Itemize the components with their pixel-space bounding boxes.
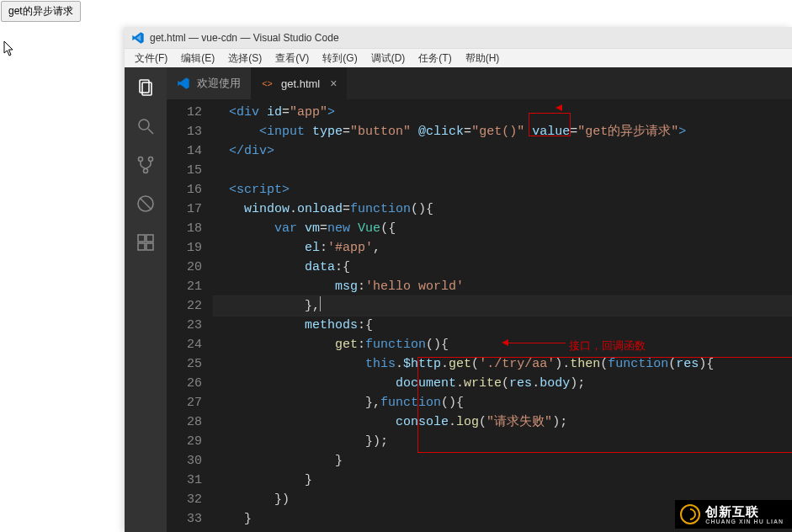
line-number: 15 <box>167 161 202 180</box>
line-number: 16 <box>167 180 202 200</box>
line-number: 18 <box>167 219 202 238</box>
titlebar: get.html — vue-cdn — Visual Studio Code <box>125 27 792 49</box>
svg-rect-10 <box>146 235 153 242</box>
line-number: 26 <box>167 374 202 393</box>
code-line[interactable]: }, <box>214 296 792 316</box>
line-number: 27 <box>167 393 202 412</box>
menu-item[interactable]: 任务(T) <box>412 51 458 66</box>
line-number: 25 <box>167 354 202 374</box>
watermark-badge: 创新互联 CHUANG XIN HU LIAN <box>675 500 792 529</box>
menu-item[interactable]: 选择(S) <box>221 51 268 66</box>
svg-rect-11 <box>138 243 145 250</box>
tab-label: get.html <box>281 77 320 90</box>
code-line[interactable]: console.log("请求失败"); <box>214 412 792 432</box>
files-icon[interactable] <box>134 76 157 99</box>
menu-item[interactable]: 帮助(H) <box>459 51 507 66</box>
extensions-icon[interactable] <box>134 231 157 254</box>
code-line[interactable]: data:{ <box>214 258 792 277</box>
line-number: 17 <box>167 200 202 219</box>
code-line[interactable]: <script> <box>214 180 792 200</box>
code-line[interactable]: <div id="app"> <box>214 103 792 122</box>
editor-tabs: 欢迎使用<>get.html× <box>167 67 792 99</box>
svg-point-4 <box>139 157 143 162</box>
code-content[interactable]: <div id="app"> <input type="button" @cli… <box>214 103 792 529</box>
code-line[interactable]: } <box>214 471 792 490</box>
git-icon[interactable] <box>134 153 157 177</box>
search-icon[interactable] <box>134 114 157 138</box>
line-number: 14 <box>167 141 202 161</box>
svg-point-5 <box>149 157 153 162</box>
svg-rect-12 <box>146 243 153 250</box>
line-number: 31 <box>167 471 202 490</box>
tab-get.html[interactable]: <>get.html× <box>251 67 347 99</box>
watermark-logo-icon <box>680 504 700 524</box>
code-line[interactable]: msg:'hello world' <box>214 277 792 296</box>
code-line[interactable]: el:'#app', <box>214 238 792 258</box>
code-line[interactable]: <input type="button" @click="get()" valu… <box>214 122 792 141</box>
code-line[interactable]: </div> <box>214 141 792 161</box>
line-number: 22 <box>167 296 202 316</box>
vscode-logo-icon <box>131 31 145 45</box>
svg-rect-9 <box>138 235 145 242</box>
svg-line-8 <box>140 198 151 210</box>
menu-item[interactable]: 转到(G) <box>316 51 364 66</box>
close-icon[interactable]: × <box>330 77 337 90</box>
svg-point-6 <box>144 169 148 173</box>
code-line[interactable]: var vm=new Vue({ <box>214 219 792 238</box>
menu-item[interactable]: 文件(F) <box>128 51 174 66</box>
menu-item[interactable]: 编辑(E) <box>174 51 221 66</box>
tab-label: 欢迎使用 <box>197 76 241 91</box>
line-number: 12 <box>167 103 202 122</box>
svg-point-2 <box>139 120 149 130</box>
code-icon: <> <box>261 77 274 90</box>
code-line[interactable]: methods:{ <box>214 316 792 335</box>
activity-bar <box>125 67 167 532</box>
code-line[interactable]: this.$http.get('./try/aa').then(function… <box>214 354 792 374</box>
line-number: 29 <box>167 432 202 451</box>
code-line[interactable]: document.write(res.body); <box>214 374 792 393</box>
line-number: 30 <box>167 451 202 471</box>
code-line[interactable]: window.onload=function(){ <box>214 200 792 219</box>
code-line[interactable]: } <box>214 451 792 471</box>
window-title: get.html — vue-cdn — Visual Studio Code <box>150 32 339 44</box>
tab-欢迎使用[interactable]: 欢迎使用 <box>167 67 251 99</box>
code-line[interactable]: get:function(){ <box>214 335 792 354</box>
line-gutter: 1213141516171819202122232425262728293031… <box>167 103 214 529</box>
line-number: 24 <box>167 335 202 354</box>
line-number: 13 <box>167 122 202 141</box>
code-line[interactable]: },function(){ <box>214 393 792 412</box>
line-number: 33 <box>167 509 202 529</box>
vs-icon <box>177 77 190 90</box>
text-caret <box>320 296 321 311</box>
line-number: 32 <box>167 490 202 509</box>
line-number: 20 <box>167 258 202 277</box>
watermark-subtitle: CHUANG XIN HU LIAN <box>705 519 784 524</box>
svg-text:<>: <> <box>262 78 272 88</box>
code-line[interactable]: }); <box>214 432 792 451</box>
code-line[interactable] <box>214 161 792 180</box>
line-number: 28 <box>167 412 202 432</box>
async-get-button[interactable]: get的异步请求 <box>1 1 81 22</box>
menu-item[interactable]: 调试(D) <box>364 51 412 66</box>
line-number: 21 <box>167 277 202 296</box>
code-editor[interactable]: 1213141516171819202122232425262728293031… <box>167 99 792 532</box>
debug-icon[interactable] <box>134 192 157 215</box>
line-number: 23 <box>167 316 202 335</box>
watermark-title: 创新互联 <box>705 504 759 519</box>
svg-line-3 <box>148 129 153 134</box>
menu-item[interactable]: 查看(V) <box>268 51 316 66</box>
cursor-arrow-icon <box>3 40 17 61</box>
vscode-window: get.html — vue-cdn — Visual Studio Code … <box>125 27 792 532</box>
line-number: 19 <box>167 238 202 258</box>
menubar[interactable]: 文件(F)编辑(E)选择(S)查看(V)转到(G)调试(D)任务(T)帮助(H) <box>125 49 792 67</box>
